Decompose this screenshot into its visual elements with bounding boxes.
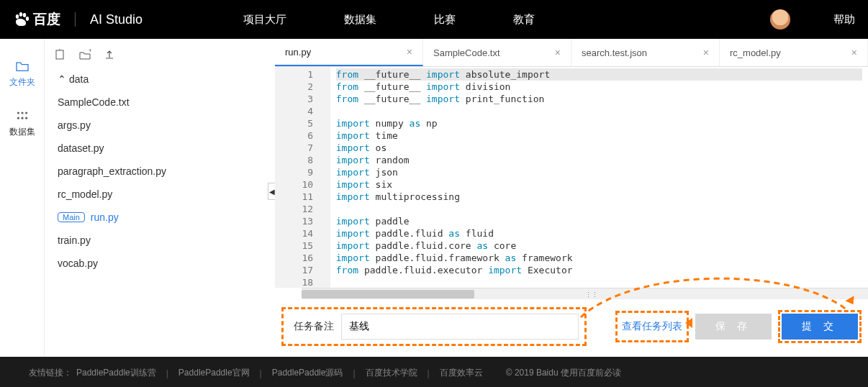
svg-text:+: + [89, 49, 91, 54]
footer-link-cloud[interactable]: 百度效率云 [440, 367, 483, 379]
svg-point-3 [26, 17, 29, 21]
file-label: train.py [58, 235, 91, 246]
tab-rc-model[interactable]: rc_model.py× [720, 39, 868, 66]
new-file-icon[interactable]: + [55, 49, 66, 60]
rail-datasets-label: 数据集 [9, 126, 35, 138]
remark-group-highlight: 任务备注 [285, 311, 583, 342]
view-tasks-link[interactable]: 查看任务列表 [619, 314, 685, 339]
folder-icon [15, 60, 30, 72]
collapse-explorer-handle[interactable]: ◀ [268, 183, 275, 200]
baidu-text: 百度 [33, 10, 60, 29]
folder-data[interactable]: ⌃data [55, 68, 265, 91]
tab-label: SampleCode.txt [433, 47, 500, 58]
horizontal-scrollbar[interactable]: ⋮⋮ [302, 288, 868, 299]
tab-samplecode[interactable]: SampleCode.txt× [423, 39, 571, 66]
tab-run[interactable]: run.py× [275, 39, 423, 66]
svg-point-2 [23, 13, 26, 17]
svg-point-0 [16, 14, 19, 19]
code-editor[interactable]: 1 2 3 4 5 6 7 8 9 10 11 12 13 14 15 16 1… [275, 67, 868, 288]
top-nav: 项目大厅 数据集 比赛 教育 [243, 13, 535, 27]
help-link[interactable]: 帮助 [833, 13, 855, 27]
footer-link-official[interactable]: PaddlePaddle官网 [178, 367, 250, 379]
file-rc-model[interactable]: rc_model.py [55, 183, 265, 206]
file-paragraph-extraction[interactable]: paragraph_extraction.py [55, 160, 265, 183]
svg-point-1 [19, 12, 22, 17]
svg-point-4 [17, 111, 19, 114]
new-folder-icon[interactable]: + [79, 49, 91, 60]
file-label: paragraph_extraction.py [58, 165, 166, 177]
nav-lobby[interactable]: 项目大厅 [243, 13, 286, 27]
file-explorer: + + ⌃data SampleCode.txt args.py dataset… [45, 39, 275, 357]
close-icon[interactable]: × [407, 46, 412, 58]
footer-link-tech[interactable]: 百度技术学院 [366, 367, 417, 379]
workspace: 文件夹 数据集 + + ⌃data SampleCode.txt args.py… [0, 39, 868, 357]
left-rail: 文件夹 数据集 [0, 39, 45, 357]
svg-point-6 [25, 111, 27, 114]
svg-point-9 [25, 117, 27, 119]
dataset-icon [15, 110, 30, 122]
file-label: args.py [58, 119, 91, 131]
footer-copyright: © 2019 Baidu 使用百度前必读 [506, 367, 621, 379]
avatar[interactable] [770, 9, 790, 29]
editor-column: ◀ run.py× SampleCode.txt× search.test.js… [275, 39, 868, 357]
paw-icon [13, 11, 30, 28]
scrollbar-grip-icon: ⋮⋮ [585, 291, 598, 299]
footer-link-source[interactable]: PaddlePaddle源码 [272, 367, 343, 379]
nav-education[interactable]: 教育 [513, 13, 535, 27]
code-content[interactable]: from __future__ import absolute_import f… [330, 67, 868, 288]
file-label: vocab.py [58, 258, 98, 269]
action-bar: 任务备注 查看任务列表 保 存 提 交 [275, 299, 868, 357]
close-icon[interactable]: × [703, 47, 709, 58]
file-tree: ⌃data SampleCode.txt args.py dataset.py … [45, 68, 275, 275]
file-samplecode[interactable]: SampleCode.txt [55, 91, 265, 114]
save-button[interactable]: 保 存 [695, 314, 772, 340]
submit-button[interactable]: 提 交 [782, 314, 858, 340]
footer: 友情链接： PaddlePaddle训练营| PaddlePaddle官网| P… [0, 357, 868, 387]
file-label: run.py [91, 211, 119, 223]
explorer-toolbar: + + [45, 45, 275, 68]
file-dataset[interactable]: dataset.py [55, 137, 265, 160]
chevron-down-icon: ⌃ [58, 73, 63, 85]
tab-search-test[interactable]: search.test.json× [571, 39, 720, 66]
line-gutter: 1 2 3 4 5 6 7 8 9 10 11 12 13 14 15 16 1… [275, 67, 330, 288]
close-icon[interactable]: × [851, 47, 857, 58]
rail-files-label: 文件夹 [9, 76, 35, 88]
brand: 百度 AI Studio [13, 10, 143, 29]
brand-divider [75, 12, 76, 27]
file-label: rc_model.py [58, 188, 112, 200]
scrollbar-thumb[interactable] [302, 290, 474, 299]
tab-label: search.test.json [582, 47, 647, 58]
file-label: SampleCode.txt [58, 96, 130, 108]
footer-link-training[interactable]: PaddlePaddle训练营 [76, 367, 156, 379]
folder-label: data [69, 73, 89, 85]
studio-text: AI Studio [90, 12, 143, 27]
tab-label: run.py [285, 47, 311, 58]
top-bar: 百度 AI Studio 项目大厅 数据集 比赛 教育 帮助 [0, 0, 868, 39]
rail-files[interactable]: 文件夹 [9, 60, 35, 88]
nav-datasets[interactable]: 数据集 [344, 13, 376, 27]
svg-point-5 [21, 111, 23, 114]
svg-text:+: + [58, 49, 61, 53]
remark-input[interactable] [341, 314, 579, 340]
file-args[interactable]: args.py [55, 114, 265, 137]
tab-label: rc_model.py [730, 47, 781, 58]
main-tag: Main [58, 212, 85, 222]
arrow-head-icon [685, 318, 692, 328]
file-vocab[interactable]: vocab.py [55, 252, 265, 275]
file-train[interactable]: train.py [55, 229, 265, 252]
svg-point-8 [21, 117, 23, 119]
rail-datasets[interactable]: 数据集 [9, 110, 35, 138]
upload-icon[interactable] [104, 49, 115, 60]
remark-label: 任务备注 [286, 320, 341, 333]
baidu-logo: 百度 [13, 10, 60, 29]
close-icon[interactable]: × [555, 47, 561, 58]
nav-competition[interactable]: 比赛 [434, 13, 456, 27]
editor-tabs: run.py× SampleCode.txt× search.test.json… [275, 39, 868, 67]
svg-point-7 [17, 117, 19, 119]
footer-label: 友情链接： [29, 367, 72, 379]
file-run[interactable]: Main run.py [55, 206, 265, 229]
file-label: dataset.py [58, 142, 104, 154]
